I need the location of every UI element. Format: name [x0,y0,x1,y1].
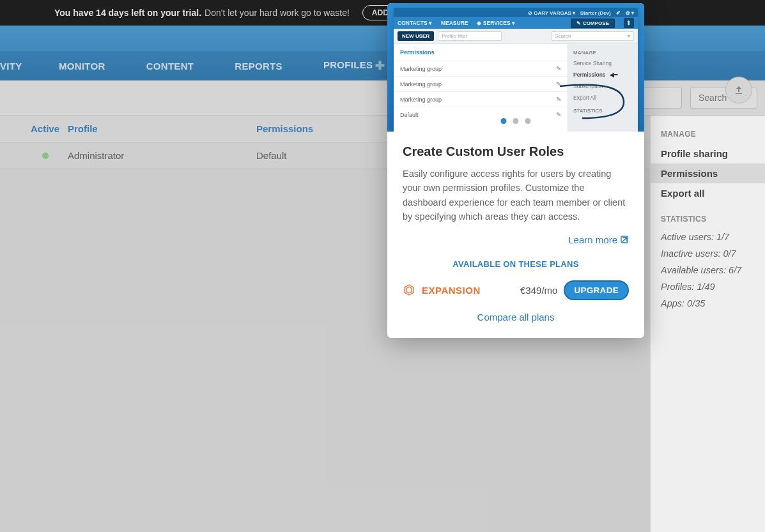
modal-hero: ⊘ GARY VARGAS ▾ Starter (Dev) ✐ ✿ ▾ CONT… [387,3,644,132]
plan-row: EXPANSION €349/mo UPGRADE [403,280,629,300]
learn-more-link[interactable]: Learn more [403,234,629,245]
active-indicator-icon [42,153,49,159]
edit-icon: ✎ [556,65,561,72]
mock-row: Marketing group✎ [394,91,568,107]
dot-3[interactable] [525,118,531,124]
upload-button[interactable] [725,77,752,103]
sidebar-item-export-all[interactable]: Export all [651,183,765,203]
trial-days-text: You have 14 days left on your trial. [54,8,201,18]
compare-plans-link[interactable]: Compare all plans [403,312,629,323]
sidebar-stats-title: STATISTICS [651,209,765,229]
mock-profile-filter: Profile filter [438,31,502,41]
plans-title: AVAILABLE ON THESE PLANS [403,259,629,269]
plus-icon: ✚ [375,59,385,72]
carousel-dots [501,118,531,124]
mock-nav-measure: MEASURE [441,20,468,26]
arrow-annotation [557,77,633,121]
mock-nav-contacts: CONTACTS ▾ [398,20,432,26]
col-active[interactable]: Active [31,123,68,134]
stat-apps: Apps: 0/35 [651,295,765,312]
mock-manage-title: MANAGE [568,48,638,57]
mock-row: Marketing group✎ [394,61,568,76]
nav-tab-content[interactable]: CONTENT [126,61,215,72]
main-nav: VITY MONITOR CONTENT REPORTS PROFILES✚ [0,51,765,80]
modal-title: Create Custom User Roles [403,144,629,159]
stat-available-users: Available users: 6/7 [651,262,765,278]
nav-tab-profiles-label: PROFILES [323,59,373,70]
header-gradient: VITY MONITOR CONTENT REPORTS PROFILES✚ [0,26,765,80]
mock-upload-icon: ⬆ [624,18,634,28]
sidebar-manage-title: MANAGE [651,125,765,144]
mock-new-user-button: NEW USER [398,31,434,41]
col-profile[interactable]: Profile [68,123,256,134]
sidebar-item-profile-sharing[interactable]: Profile sharing [651,144,765,163]
search-placeholder: Search [699,93,727,103]
stat-inactive-users: Inactive users: 0/7 [651,245,765,262]
nav-tab-reports[interactable]: REPORTS [214,61,303,72]
dot-2[interactable] [513,118,519,124]
stat-active-users: Active users: 1/7 [651,229,765,245]
upsell-modal: ⊘ GARY VARGAS ▾ Starter (Dev) ✐ ✿ ▾ CONT… [387,3,644,338]
external-link-icon [620,235,629,244]
sidebar-item-permissions[interactable]: Permissions [651,163,765,183]
plan-name: EXPANSION [422,285,481,296]
trial-subtext: Don't let your hard work go to waste! [205,8,350,18]
plan-price: €349/mo [520,285,557,296]
modal-description: Easily configure access rights for users… [403,167,629,224]
right-sidebar: MANAGE Profile sharing Permissions Expor… [650,116,765,532]
toolbar: Search [0,80,765,116]
mock-row: Marketing group✎ [394,76,568,91]
mock-nav-services: ◆ SERVICES ▾ [477,20,515,26]
nav-tab-activity[interactable]: VITY [0,61,38,72]
row-profile: Administrator [68,150,256,161]
mock-permissions-title: Permissions [394,44,568,61]
stat-profiles: Profiles: 1/49 [651,278,765,295]
mock-pencil-icon: ✐ [616,10,621,16]
upgrade-button[interactable]: UPGRADE [564,280,629,300]
mock-env: Starter (Dev) [580,10,611,16]
mock-row: Default✎ [394,107,568,122]
plan-icon [403,284,415,296]
mock-user: ⊘ GARY VARGAS ▾ [528,10,575,16]
mock-gear-icon: ✿ ▾ [626,10,634,16]
nav-tab-monitor[interactable]: MONITOR [38,61,126,72]
dot-1[interactable] [501,118,507,124]
mock-search: Search▾ [551,31,634,41]
mock-compose-button: ✎ COMPOSE [571,19,615,28]
trial-banner: You have 14 days left on your trial. Don… [0,0,765,26]
mock-manage-item: Service Sharing [568,57,638,69]
